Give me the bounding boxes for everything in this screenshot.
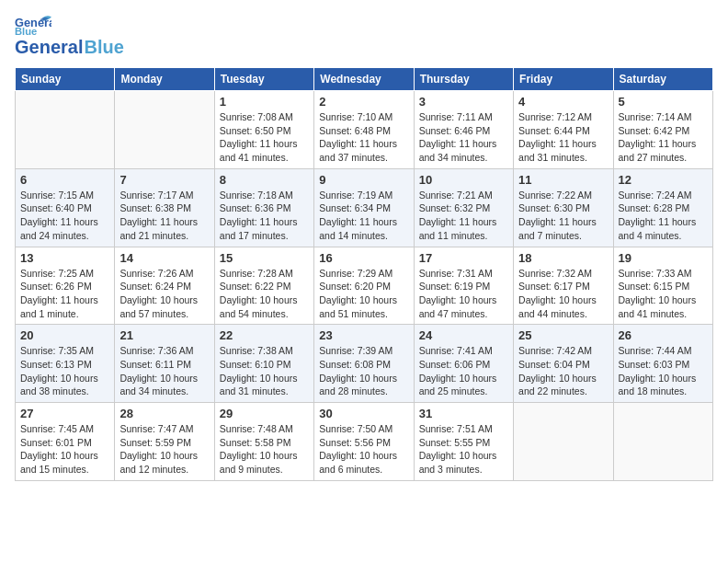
day-info: Sunrise: 7:10 AM Sunset: 6:48 PM Dayligh…	[319, 110, 408, 165]
day-info: Sunrise: 7:22 AM Sunset: 6:30 PM Dayligh…	[518, 189, 608, 243]
day-info: Sunrise: 7:36 AM Sunset: 6:11 PM Dayligh…	[119, 344, 209, 398]
calendar-cell: 1Sunrise: 7:08 AM Sunset: 6:50 PM Daylig…	[214, 91, 313, 169]
calendar-cell: 24Sunrise: 7:41 AM Sunset: 6:06 PM Dayli…	[414, 325, 513, 403]
day-number: 16	[319, 251, 408, 265]
calendar-cell: 6Sunrise: 7:15 AM Sunset: 6:40 PM Daylig…	[16, 168, 115, 247]
calendar-cell: 7Sunrise: 7:17 AM Sunset: 6:38 PM Daylig…	[115, 168, 214, 247]
calendar-cell: 22Sunrise: 7:38 AM Sunset: 6:10 PM Dayli…	[214, 325, 313, 403]
day-info: Sunrise: 7:29 AM Sunset: 6:20 PM Dayligh…	[319, 267, 408, 321]
day-number: 4	[518, 95, 608, 109]
calendar-cell	[613, 403, 712, 481]
svg-text:Blue: Blue	[15, 26, 37, 37]
day-number: 2	[319, 95, 408, 109]
day-info: Sunrise: 7:25 AM Sunset: 6:26 PM Dayligh…	[20, 267, 109, 321]
col-header-tuesday: Tuesday	[214, 68, 313, 91]
day-info: Sunrise: 7:21 AM Sunset: 6:32 PM Dayligh…	[419, 189, 508, 243]
day-number: 22	[220, 328, 309, 342]
page-header: General Blue General Blue	[15, 15, 713, 58]
calendar-cell: 31Sunrise: 7:51 AM Sunset: 5:55 PM Dayli…	[414, 403, 513, 481]
col-header-thursday: Thursday	[414, 68, 513, 91]
day-info: Sunrise: 7:08 AM Sunset: 6:50 PM Dayligh…	[220, 110, 309, 165]
calendar-cell: 16Sunrise: 7:29 AM Sunset: 6:20 PM Dayli…	[314, 247, 414, 325]
day-number: 14	[119, 251, 209, 265]
calendar-cell: 19Sunrise: 7:33 AM Sunset: 6:15 PM Dayli…	[613, 247, 712, 325]
day-info: Sunrise: 7:35 AM Sunset: 6:13 PM Dayligh…	[20, 344, 109, 398]
day-info: Sunrise: 7:44 AM Sunset: 6:03 PM Dayligh…	[619, 344, 708, 398]
day-info: Sunrise: 7:28 AM Sunset: 6:22 PM Dayligh…	[220, 267, 309, 321]
calendar-cell: 18Sunrise: 7:32 AM Sunset: 6:17 PM Dayli…	[514, 247, 613, 325]
calendar-cell: 15Sunrise: 7:28 AM Sunset: 6:22 PM Dayli…	[214, 247, 313, 325]
day-number: 28	[119, 407, 209, 420]
calendar-cell: 30Sunrise: 7:50 AM Sunset: 5:56 PM Dayli…	[314, 403, 414, 481]
day-info: Sunrise: 7:12 AM Sunset: 6:44 PM Dayligh…	[518, 110, 608, 165]
day-number: 21	[119, 328, 209, 342]
day-number: 27	[20, 407, 109, 420]
calendar-cell: 21Sunrise: 7:36 AM Sunset: 6:11 PM Dayli…	[115, 325, 214, 403]
logo: General Blue General Blue	[15, 15, 124, 58]
calendar-cell: 14Sunrise: 7:26 AM Sunset: 6:24 PM Dayli…	[115, 247, 214, 325]
calendar-cell	[514, 403, 613, 481]
calendar-cell: 28Sunrise: 7:47 AM Sunset: 5:59 PM Dayli…	[115, 403, 214, 481]
day-info: Sunrise: 7:14 AM Sunset: 6:42 PM Dayligh…	[619, 110, 708, 165]
calendar-cell: 17Sunrise: 7:31 AM Sunset: 6:19 PM Dayli…	[414, 247, 513, 325]
day-number: 18	[518, 251, 608, 265]
col-header-friday: Friday	[514, 68, 613, 91]
day-info: Sunrise: 7:48 AM Sunset: 5:58 PM Dayligh…	[220, 422, 309, 477]
day-number: 23	[319, 328, 408, 342]
day-number: 19	[619, 251, 708, 265]
day-number: 17	[419, 251, 508, 265]
day-info: Sunrise: 7:45 AM Sunset: 6:01 PM Dayligh…	[20, 422, 109, 477]
col-header-wednesday: Wednesday	[314, 68, 414, 91]
day-number: 8	[220, 173, 309, 187]
calendar-cell: 13Sunrise: 7:25 AM Sunset: 6:26 PM Dayli…	[16, 247, 115, 325]
calendar-cell: 5Sunrise: 7:14 AM Sunset: 6:42 PM Daylig…	[613, 91, 712, 169]
day-info: Sunrise: 7:47 AM Sunset: 5:59 PM Dayligh…	[119, 422, 209, 477]
day-number: 26	[619, 328, 708, 342]
calendar-cell: 27Sunrise: 7:45 AM Sunset: 6:01 PM Dayli…	[16, 403, 115, 481]
day-info: Sunrise: 7:32 AM Sunset: 6:17 PM Dayligh…	[518, 267, 608, 321]
calendar-cell: 20Sunrise: 7:35 AM Sunset: 6:13 PM Dayli…	[16, 325, 115, 403]
day-info: Sunrise: 7:24 AM Sunset: 6:28 PM Dayligh…	[619, 189, 708, 243]
day-number: 11	[518, 173, 608, 187]
calendar-row: 20Sunrise: 7:35 AM Sunset: 6:13 PM Dayli…	[16, 325, 713, 403]
day-number: 31	[419, 407, 508, 420]
calendar-cell	[16, 91, 115, 169]
day-number: 30	[319, 407, 408, 420]
day-info: Sunrise: 7:31 AM Sunset: 6:19 PM Dayligh…	[419, 267, 508, 321]
day-number: 15	[220, 251, 309, 265]
col-header-sunday: Sunday	[16, 68, 115, 91]
day-info: Sunrise: 7:17 AM Sunset: 6:38 PM Dayligh…	[119, 189, 209, 243]
calendar-cell: 25Sunrise: 7:42 AM Sunset: 6:04 PM Dayli…	[514, 325, 613, 403]
day-number: 5	[619, 95, 708, 109]
calendar-cell: 26Sunrise: 7:44 AM Sunset: 6:03 PM Dayli…	[613, 325, 712, 403]
calendar-cell: 11Sunrise: 7:22 AM Sunset: 6:30 PM Dayli…	[514, 168, 613, 247]
day-info: Sunrise: 7:50 AM Sunset: 5:56 PM Dayligh…	[319, 422, 408, 477]
day-info: Sunrise: 7:51 AM Sunset: 5:55 PM Dayligh…	[419, 422, 508, 477]
calendar-cell: 3Sunrise: 7:11 AM Sunset: 6:46 PM Daylig…	[414, 91, 513, 169]
calendar-cell: 9Sunrise: 7:19 AM Sunset: 6:34 PM Daylig…	[314, 168, 414, 247]
day-info: Sunrise: 7:18 AM Sunset: 6:36 PM Dayligh…	[220, 189, 309, 243]
day-number: 9	[319, 173, 408, 187]
calendar-row: 13Sunrise: 7:25 AM Sunset: 6:26 PM Dayli…	[16, 247, 713, 325]
day-number: 25	[518, 328, 608, 342]
logo-icon: General Blue	[15, 15, 51, 37]
calendar-row: 6Sunrise: 7:15 AM Sunset: 6:40 PM Daylig…	[16, 168, 713, 247]
col-header-monday: Monday	[115, 68, 214, 91]
col-header-saturday: Saturday	[613, 68, 712, 91]
day-number: 12	[619, 173, 708, 187]
day-number: 20	[20, 328, 109, 342]
calendar-table: SundayMondayTuesdayWednesdayThursdayFrid…	[15, 67, 713, 481]
day-number: 13	[20, 251, 109, 265]
day-info: Sunrise: 7:38 AM Sunset: 6:10 PM Dayligh…	[220, 344, 309, 398]
day-number: 29	[220, 407, 309, 420]
day-info: Sunrise: 7:39 AM Sunset: 6:08 PM Dayligh…	[319, 344, 408, 398]
calendar-cell: 2Sunrise: 7:10 AM Sunset: 6:48 PM Daylig…	[314, 91, 414, 169]
calendar-cell: 10Sunrise: 7:21 AM Sunset: 6:32 PM Dayli…	[414, 168, 513, 247]
day-number: 6	[20, 173, 109, 187]
day-number: 7	[119, 173, 209, 187]
calendar-row: 27Sunrise: 7:45 AM Sunset: 6:01 PM Dayli…	[16, 403, 713, 481]
day-info: Sunrise: 7:15 AM Sunset: 6:40 PM Dayligh…	[20, 189, 109, 243]
calendar-cell: 12Sunrise: 7:24 AM Sunset: 6:28 PM Dayli…	[613, 168, 712, 247]
calendar-cell: 23Sunrise: 7:39 AM Sunset: 6:08 PM Dayli…	[314, 325, 414, 403]
logo-general: General	[15, 37, 83, 58]
